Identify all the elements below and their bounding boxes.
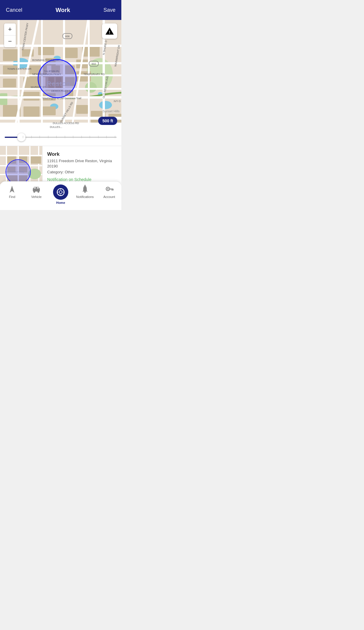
svg-rect-89 xyxy=(31,156,41,164)
header: Cancel Work Save xyxy=(0,0,121,20)
page-title: Work xyxy=(56,7,70,13)
svg-rect-36 xyxy=(76,105,88,114)
svg-text:DULLES...: DULLES... xyxy=(50,126,62,128)
nav-home-label: Home xyxy=(56,201,65,204)
nav-item-find[interactable]: Find xyxy=(0,184,24,199)
svg-rect-111 xyxy=(84,192,86,193)
bottom-navigation: Find Vehicle xyxy=(0,181,121,210)
zoom-in-button[interactable]: + xyxy=(4,23,16,35)
car-icon xyxy=(32,184,41,194)
svg-point-100 xyxy=(33,191,35,193)
nav-find-label: Find xyxy=(9,195,15,199)
svg-rect-10 xyxy=(3,49,19,61)
svg-rect-9 xyxy=(0,93,7,105)
svg-point-8 xyxy=(85,82,97,93)
svg-text:IVY O: IVY O xyxy=(114,100,121,103)
home-circle xyxy=(53,184,68,200)
svg-text:!: ! xyxy=(109,30,110,35)
svg-point-73 xyxy=(38,60,76,98)
svg-rect-117 xyxy=(113,189,114,190)
place-title: Work xyxy=(47,151,117,157)
svg-rect-115 xyxy=(109,189,113,189)
svg-rect-18 xyxy=(63,48,78,58)
nav-notifications-label: Notifications xyxy=(76,195,94,199)
nav-item-account[interactable]: Account xyxy=(97,184,121,199)
map-scale: 500 ft xyxy=(98,117,117,125)
svg-rect-35 xyxy=(42,106,56,115)
svg-text:Sunset Hills: Sunset Hills xyxy=(103,109,120,113)
svg-rect-102 xyxy=(34,187,36,189)
svg-point-101 xyxy=(38,191,39,193)
nav-item-home[interactable]: Home xyxy=(49,184,73,204)
bell-icon xyxy=(80,184,90,194)
svg-text:TOWN CENTER DR: TOWN CENTER DR xyxy=(7,67,32,70)
svg-rect-12 xyxy=(3,79,16,87)
svg-point-5 xyxy=(99,101,112,109)
nav-vehicle-label: Vehicle xyxy=(31,195,41,199)
svg-point-96 xyxy=(6,160,30,184)
svg-rect-116 xyxy=(112,189,113,191)
svg-text:DULLES ACCESS RD: DULLES ACCESS RD xyxy=(53,122,79,125)
svg-rect-11 xyxy=(3,65,18,76)
svg-point-114 xyxy=(107,188,108,190)
svg-rect-103 xyxy=(37,187,39,189)
map-zoom-controls: + − xyxy=(4,23,16,47)
svg-text:TEMPORARY RD: TEMPORARY RD xyxy=(84,73,105,76)
svg-marker-97 xyxy=(10,186,14,193)
map-container[interactable]: TOWN CENTER PKWY TOWN CENTER DR BOWMAN T… xyxy=(0,20,121,128)
slider-ticks xyxy=(21,137,117,138)
svg-rect-34 xyxy=(23,106,40,117)
navigation-icon xyxy=(7,184,17,194)
place-category: Category: Other xyxy=(47,170,117,174)
svg-text:602: 602 xyxy=(91,62,96,65)
place-address: 11911 Freedom Drive Reston, Virginia 201… xyxy=(47,158,117,169)
cancel-button[interactable]: Cancel xyxy=(6,7,22,13)
save-button[interactable]: Save xyxy=(103,7,115,13)
nav-account-label: Account xyxy=(103,195,115,199)
nav-item-notifications[interactable]: Notifications xyxy=(73,184,97,199)
key-icon xyxy=(105,184,114,194)
nav-item-vehicle[interactable]: Vehicle xyxy=(24,184,49,199)
slider-track[interactable] xyxy=(5,137,117,138)
radius-slider-container xyxy=(0,128,121,146)
svg-point-105 xyxy=(59,191,62,194)
svg-rect-14 xyxy=(38,46,54,55)
svg-text:606: 606 xyxy=(65,35,69,38)
map-warning-button[interactable]: ! xyxy=(102,23,117,39)
zoom-out-button[interactable]: − xyxy=(4,35,16,47)
svg-point-112 xyxy=(84,185,86,186)
